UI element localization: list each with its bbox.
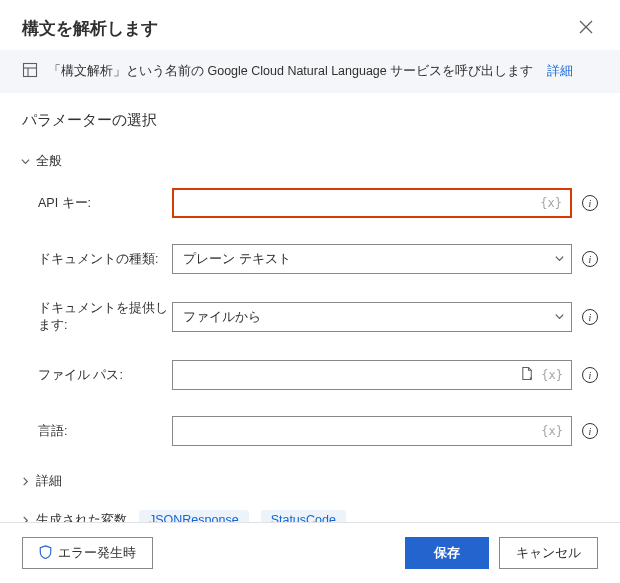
chevron-down-icon bbox=[554, 310, 565, 325]
info-icon[interactable]: i bbox=[582, 195, 598, 211]
info-icon[interactable]: i bbox=[582, 251, 598, 267]
generated-vars-label: 生成された変数 bbox=[36, 511, 127, 522]
api-key-label: API キー: bbox=[38, 195, 172, 212]
provide-doc-select[interactable]: ファイルから bbox=[172, 302, 572, 332]
info-icon[interactable]: i bbox=[582, 423, 598, 439]
provide-doc-label: ドキュメントを提供します: bbox=[38, 300, 172, 334]
shield-icon bbox=[39, 545, 52, 562]
group-generated-vars-toggle[interactable]: 生成された変数 JSONResponse StatusCode bbox=[20, 510, 598, 522]
doc-type-select[interactable]: プレーン テキスト bbox=[172, 244, 572, 274]
banner-more-link[interactable]: 詳細 bbox=[547, 63, 573, 80]
info-icon[interactable]: i bbox=[582, 309, 598, 325]
cancel-button[interactable]: キャンセル bbox=[499, 537, 598, 569]
doc-type-value: プレーン テキスト bbox=[183, 250, 291, 268]
group-general-label: 全般 bbox=[36, 152, 62, 170]
variable-picker-icon[interactable]: {x} bbox=[539, 368, 565, 382]
variable-picker-icon[interactable]: {x} bbox=[538, 196, 564, 210]
svg-rect-2 bbox=[24, 64, 37, 77]
variable-picker-icon[interactable]: {x} bbox=[539, 424, 565, 438]
dialog-title: 構文を解析します bbox=[22, 17, 158, 40]
file-path-label: ファイル パス: bbox=[38, 367, 172, 384]
group-general-toggle[interactable]: 全般 bbox=[20, 152, 598, 170]
api-key-input[interactable]: {x} bbox=[172, 188, 572, 218]
info-icon[interactable]: i bbox=[582, 367, 598, 383]
generated-var-chip[interactable]: StatusCode bbox=[261, 510, 346, 522]
group-advanced-label: 詳細 bbox=[36, 472, 62, 490]
provide-doc-value: ファイルから bbox=[183, 308, 261, 326]
chevron-right-icon bbox=[20, 477, 30, 486]
banner-text: 「構文解析」という名前の Google Cloud Natural Langua… bbox=[48, 63, 533, 80]
on-error-button[interactable]: エラー発生時 bbox=[22, 537, 153, 569]
info-banner: 「構文解析」という名前の Google Cloud Natural Langua… bbox=[0, 50, 620, 93]
save-button[interactable]: 保存 bbox=[405, 537, 489, 569]
parameters-heading: パラメーターの選択 bbox=[22, 111, 598, 130]
file-browse-icon[interactable] bbox=[520, 366, 535, 384]
close-button[interactable] bbox=[574, 16, 598, 40]
generated-var-chip[interactable]: JSONResponse bbox=[139, 510, 249, 522]
file-path-input[interactable]: {x} bbox=[172, 360, 572, 390]
doc-type-label: ドキュメントの種類: bbox=[38, 251, 172, 268]
language-label: 言語: bbox=[38, 423, 172, 440]
layout-icon bbox=[22, 62, 38, 81]
language-input[interactable]: {x} bbox=[172, 416, 572, 446]
group-advanced-toggle[interactable]: 詳細 bbox=[20, 472, 598, 490]
on-error-label: エラー発生時 bbox=[58, 544, 136, 562]
chevron-down-icon bbox=[554, 252, 565, 267]
chevron-down-icon bbox=[20, 157, 30, 166]
close-icon bbox=[579, 20, 593, 37]
